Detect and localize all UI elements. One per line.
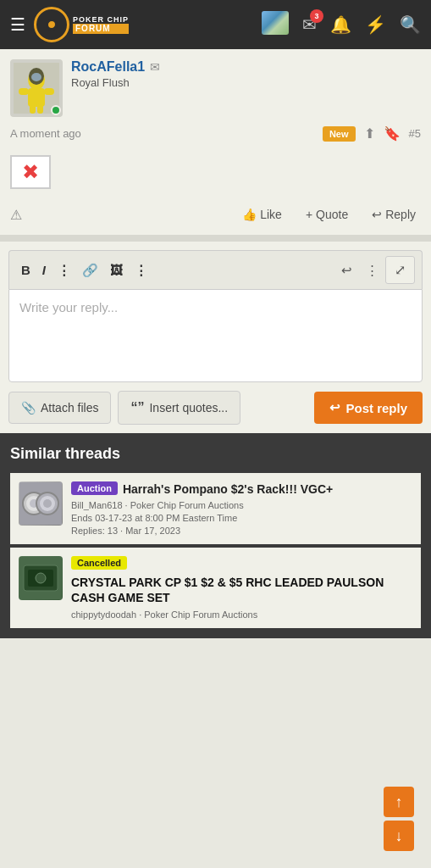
scroll-down-button[interactable]: ↓ bbox=[384, 821, 414, 851]
landscape-thumbnail bbox=[262, 11, 289, 35]
thread-thumbnail bbox=[19, 481, 63, 526]
italic-label: I bbox=[42, 263, 46, 277]
user-rank: Royal Flush bbox=[71, 76, 160, 89]
landscape-image-icon[interactable] bbox=[262, 11, 289, 39]
username-row: RocAFella1 ✉ bbox=[71, 59, 160, 75]
thread-forum: Poker Chip Forum Auctions bbox=[130, 500, 244, 510]
post-number: #5 bbox=[409, 127, 421, 140]
scroll-buttons: ↑ ↓ bbox=[384, 787, 414, 851]
more-format-button[interactable]: ⋮ bbox=[52, 259, 75, 281]
post-timestamp: A moment ago bbox=[10, 127, 81, 140]
thread-forum: Poker Chip Forum Auctions bbox=[144, 609, 257, 620]
broken-image-x-icon: ✖ bbox=[22, 160, 39, 184]
attach-files-button[interactable]: 📎 Attach files bbox=[8, 392, 111, 424]
thread-ends: Ends 03-17-23 at 8:00 PM Eastern Time bbox=[71, 513, 412, 523]
app-header: ☰ POKER CHIP FORUM ✉ 3 🔔 ⚡ 🔍 bbox=[0, 0, 431, 49]
post-reply-icon: ↩ bbox=[329, 400, 340, 415]
reply-label: Reply bbox=[385, 208, 416, 221]
logo-circle bbox=[34, 7, 69, 42]
scroll-up-button[interactable]: ↑ bbox=[384, 787, 414, 817]
quote-icon: + bbox=[306, 208, 312, 221]
bookmark-icon[interactable]: 🔖 bbox=[384, 125, 401, 142]
thread-item[interactable]: Cancelled CRYSTAL PARK CP $1 $2 & $5 RHC… bbox=[10, 548, 421, 627]
logo-text: POKER CHIP FORUM bbox=[73, 16, 129, 34]
insert-quotes-label: Insert quotes... bbox=[149, 401, 228, 415]
more-options-button[interactable]: ⋮ bbox=[130, 259, 152, 281]
chips-thumbnail-image bbox=[19, 482, 62, 525]
editor-toolbar: B I ⋮ 🔗 🖼 ⋮ ↩ ⋮ ⤢ bbox=[8, 250, 423, 289]
thread-content: Auction Harrah's Pompano $2's Rack!!! VG… bbox=[71, 481, 412, 536]
thread-author: chippytydoodah bbox=[71, 609, 136, 620]
online-indicator bbox=[51, 105, 61, 115]
link-button[interactable]: 🔗 bbox=[77, 259, 103, 281]
thread-title: CRYSTAL PARK CP $1 $2 & $5 RHC LEADED PA… bbox=[71, 575, 412, 605]
post-meta: A moment ago New ⬆ 🔖 #5 bbox=[10, 125, 421, 145]
warning-icon[interactable]: ⚠ bbox=[10, 207, 22, 223]
reply-button[interactable]: ↩ Reply bbox=[367, 204, 421, 225]
new-badge: New bbox=[323, 126, 356, 142]
attach-files-label: Attach files bbox=[41, 401, 98, 415]
logo[interactable]: POKER CHIP FORUM bbox=[34, 7, 129, 42]
svg-point-19 bbox=[36, 573, 46, 583]
quote-button[interactable]: + Quote bbox=[301, 204, 353, 225]
post-reply-label: Post reply bbox=[345, 401, 407, 415]
svg-rect-8 bbox=[37, 105, 43, 114]
insert-quotes-button[interactable]: “” Insert quotes... bbox=[118, 391, 240, 425]
post-meta-right: New ⬆ 🔖 #5 bbox=[323, 125, 421, 142]
logo-inner-circle bbox=[46, 19, 58, 31]
toolbar-right: ↩ ⋮ bbox=[336, 259, 384, 281]
italic-button[interactable]: I bbox=[37, 259, 51, 281]
header-icons: ✉ 3 🔔 ⚡ 🔍 bbox=[262, 11, 421, 39]
paperclip-icon: 📎 bbox=[21, 401, 36, 415]
thread-meta: Bill_Man618 · Poker Chip Forum Auctions bbox=[71, 500, 412, 510]
thread-item[interactable]: Auction Harrah's Pompano $2's Rack!!! VG… bbox=[10, 473, 421, 544]
thread-thumbnail bbox=[19, 556, 63, 600]
user-details: RocAFella1 ✉ Royal Flush bbox=[71, 59, 160, 89]
svg-point-6 bbox=[31, 73, 41, 81]
bold-label: B bbox=[21, 263, 30, 277]
svg-rect-7 bbox=[30, 105, 36, 114]
post-actions: ⚠ 👍 Like + Quote ↩ Reply bbox=[10, 199, 421, 225]
thread-title-row: Cancelled CRYSTAL PARK CP $1 $2 & $5 RHC… bbox=[71, 556, 412, 605]
editor-placeholder: Write your reply... bbox=[19, 300, 118, 314]
editor-actions: 📎 Attach files “” Insert quotes... ↩ Pos… bbox=[8, 391, 423, 425]
similar-threads-section: Similar threads Auction Harrah's Pompano… bbox=[0, 433, 431, 638]
post-container: RocAFella1 ✉ Royal Flush A moment ago Ne… bbox=[0, 49, 431, 235]
action-buttons: 👍 Like + Quote ↩ Reply bbox=[237, 204, 421, 225]
thread-title: Harrah's Pompano $2's Rack!!! VGC+ bbox=[123, 481, 333, 497]
menu-icon[interactable]: ☰ bbox=[10, 14, 25, 35]
thread-meta: chippytydoodah · Poker Chip Forum Auctio… bbox=[71, 609, 412, 620]
like-label: Like bbox=[260, 208, 282, 221]
auction-badge: Auction bbox=[71, 481, 118, 495]
svg-rect-2 bbox=[28, 88, 45, 107]
lightning-icon[interactable]: ⚡ bbox=[365, 14, 386, 35]
message-icon[interactable]: ✉ bbox=[150, 60, 160, 74]
logo-forum-text: FORUM bbox=[73, 24, 129, 34]
casino-thumbnail-image bbox=[19, 557, 62, 599]
avatar-container bbox=[10, 59, 63, 117]
svg-rect-4 bbox=[44, 88, 54, 95]
thread-replies: Replies: 13 · Mar 17, 2023 bbox=[71, 526, 412, 536]
reply-editor: B I ⋮ 🔗 🖼 ⋮ ↩ ⋮ ⤢ Write your reply... 📎 … bbox=[0, 242, 431, 433]
share-icon[interactable]: ⬆ bbox=[364, 125, 375, 142]
bold-button[interactable]: B bbox=[16, 259, 36, 281]
more-toolbar-button[interactable]: ⋮ bbox=[361, 259, 384, 281]
post-reply-button[interactable]: ↩ Post reply bbox=[314, 392, 423, 424]
image-button[interactable]: 🖼 bbox=[105, 259, 128, 281]
post-content: ✖ bbox=[10, 155, 421, 189]
search-icon[interactable]: 🔍 bbox=[400, 14, 421, 35]
quote-label: Quote bbox=[316, 208, 348, 221]
reply-text-area[interactable]: Write your reply... bbox=[8, 289, 423, 382]
bell-icon[interactable]: 🔔 bbox=[330, 14, 351, 35]
broken-image: ✖ bbox=[10, 155, 51, 189]
undo-button[interactable]: ↩ bbox=[336, 259, 357, 281]
inbox-icon[interactable]: ✉ 3 bbox=[302, 14, 317, 35]
username[interactable]: RocAFella1 bbox=[71, 59, 145, 75]
reply-icon: ↩ bbox=[372, 208, 382, 221]
user-info: RocAFella1 ✉ Royal Flush bbox=[10, 59, 421, 117]
like-button[interactable]: 👍 Like bbox=[237, 204, 287, 225]
cancelled-badge: Cancelled bbox=[71, 556, 127, 570]
thread-title-row: Auction Harrah's Pompano $2's Rack!!! VG… bbox=[71, 481, 412, 497]
expand-editor-button[interactable]: ⤢ bbox=[385, 256, 415, 284]
thumbs-up-icon: 👍 bbox=[242, 208, 257, 221]
